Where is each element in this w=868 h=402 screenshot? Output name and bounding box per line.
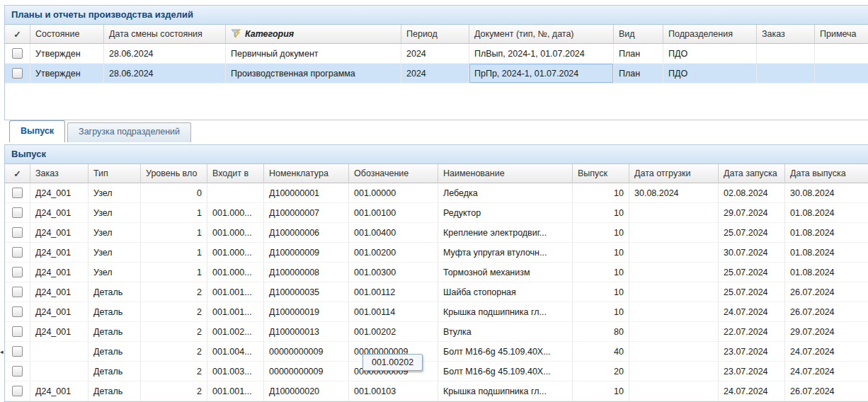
cell[interactable]: 10 — [573, 183, 629, 203]
table-row[interactable]: Д24_001Узел1001.000...Д100000009001.0020… — [5, 243, 868, 263]
cell[interactable]: Деталь — [88, 322, 141, 342]
cell[interactable]: Д24_001 — [30, 263, 88, 282]
cell[interactable]: 001.00112 — [349, 282, 438, 302]
row-checkbox[interactable] — [12, 207, 23, 218]
cell[interactable]: 001.004... — [207, 342, 264, 362]
cell[interactable]: 28.06.2024 — [104, 64, 226, 84]
cell[interactable]: Д24_001 — [30, 302, 88, 322]
cell[interactable]: 1 — [141, 203, 207, 223]
table-row[interactable]: Д24_001Деталь2001.001...Д100000020001.00… — [5, 381, 868, 401]
table-row[interactable]: Д24_001Деталь2001.002...Д100000013001.00… — [5, 322, 868, 342]
cell[interactable] — [629, 263, 719, 282]
cell[interactable]: Д100000001 — [264, 183, 349, 203]
cell[interactable]: Крышка подшипника гл... — [438, 381, 573, 401]
cell[interactable] — [629, 362, 719, 381]
column-name[interactable]: Наименование — [438, 164, 573, 183]
column-type[interactable]: Тип — [88, 164, 141, 183]
table-row[interactable]: Деталь2001.004...0000000000900000000009Б… — [5, 342, 868, 362]
cell[interactable]: Деталь — [88, 362, 141, 381]
cell[interactable]: 80 — [573, 322, 629, 342]
table-row[interactable]: Д24_001Узел1001.000...Д100000006001.0040… — [5, 223, 868, 243]
cell[interactable]: 20 — [573, 362, 629, 381]
cell[interactable]: Узел — [88, 243, 141, 263]
cell[interactable]: Шайба стопорная — [438, 282, 573, 302]
row-checkbox[interactable] — [12, 227, 23, 238]
cell[interactable]: ПДО — [663, 64, 757, 84]
column-period[interactable]: Период — [401, 25, 469, 44]
cell[interactable]: Узел — [88, 183, 141, 203]
row-checkbox[interactable] — [12, 366, 23, 377]
cell[interactable]: 24.07.2024 — [785, 342, 868, 362]
cell[interactable]: Д24_001 — [30, 381, 88, 401]
cell[interactable]: 29.07.2024 — [719, 203, 785, 223]
cell[interactable]: 01.08.2024 — [785, 203, 868, 223]
cell[interactable] — [629, 203, 719, 223]
cell[interactable]: 25.07.2024 — [719, 223, 785, 243]
cell[interactable]: Крепление электродвиг... — [438, 223, 573, 243]
cell[interactable] — [629, 223, 719, 243]
row-checkbox[interactable] — [12, 247, 23, 258]
cell[interactable]: 02.08.2024 — [719, 183, 785, 203]
column-order[interactable]: Заказ — [757, 25, 815, 44]
cell[interactable]: Д24_001 — [30, 183, 88, 203]
cell[interactable]: 26.07.2024 — [785, 302, 868, 322]
cell[interactable]: Д100000008 — [264, 263, 349, 282]
cell[interactable] — [757, 44, 815, 64]
cell[interactable]: Д100000013 — [264, 322, 349, 342]
table-row[interactable]: Д24_001Узел1001.000...Д100000007001.0010… — [5, 203, 868, 223]
cell[interactable]: Узел — [88, 223, 141, 243]
cell[interactable]: Узел — [88, 263, 141, 282]
cell[interactable]: 001.000... — [207, 203, 264, 223]
cell[interactable]: Деталь — [88, 342, 141, 362]
cell[interactable]: 001.00300 — [349, 263, 438, 282]
cell[interactable] — [30, 342, 88, 362]
cell[interactable] — [629, 342, 719, 362]
cell[interactable]: Д100000006 — [264, 223, 349, 243]
cell[interactable]: Д24_001 — [30, 322, 88, 342]
column-parent[interactable]: Входит в — [207, 164, 264, 183]
tab-vypusk[interactable]: Выпуск — [9, 120, 65, 142]
column-designation[interactable]: Обозначение — [349, 164, 438, 183]
row-checkbox[interactable] — [12, 68, 23, 79]
cell[interactable] — [815, 64, 868, 84]
column-launch-date[interactable]: Дата запуска — [719, 164, 785, 183]
cell[interactable]: 001.00400 — [349, 223, 438, 243]
tab-zagruzka-podrazdeleniy[interactable]: Загрузка подразделений — [67, 122, 191, 142]
table-row[interactable]: Утвержден28.06.2024Первичный документ202… — [5, 44, 868, 64]
cell[interactable]: 30.07.2024 — [719, 243, 785, 263]
cell[interactable]: Болт М16-6g 45.109.40X... — [438, 342, 573, 362]
cell[interactable]: Редуктор — [438, 203, 573, 223]
cell[interactable]: 2 — [141, 362, 207, 381]
cell[interactable] — [207, 183, 264, 203]
cell[interactable]: 001.000... — [207, 243, 264, 263]
select-all-header[interactable]: ✓ — [5, 164, 30, 183]
row-checkbox[interactable] — [12, 48, 23, 59]
cell[interactable] — [30, 362, 88, 381]
cell[interactable]: Тормозной механизм — [438, 263, 573, 282]
column-kind[interactable]: Вид — [614, 25, 663, 44]
cell[interactable]: Производственная программа — [226, 64, 401, 84]
cell[interactable]: 001.003... — [207, 362, 264, 381]
row-checkbox[interactable] — [12, 267, 23, 277]
cell[interactable]: 24.07.2024 — [785, 362, 868, 381]
cell[interactable]: 001.001... — [207, 282, 264, 302]
cell[interactable]: 0 — [141, 183, 207, 203]
cell[interactable]: 23.07.2024 — [719, 362, 785, 381]
cell[interactable]: Д100000020 — [264, 381, 349, 401]
cell[interactable]: 30.08.2024 — [785, 183, 868, 203]
cell[interactable]: 10 — [573, 282, 629, 302]
cell[interactable] — [815, 44, 868, 64]
column-ship-date[interactable]: Дата отгрузки — [629, 164, 719, 183]
cell[interactable]: 24.07.2024 — [719, 302, 785, 322]
table-row[interactable]: Д24_001Узел0Д100000001001.00000Лебедка10… — [5, 183, 868, 203]
cell[interactable]: 001.00200 — [349, 243, 438, 263]
column-note[interactable]: Примеча — [815, 25, 868, 44]
cell[interactable]: 2 — [141, 282, 207, 302]
table-row[interactable]: Деталь2001.003...0000000000900000000009Б… — [5, 362, 868, 381]
cell[interactable]: Д100000035 — [264, 282, 349, 302]
cell[interactable]: 2024 — [401, 64, 469, 84]
cell[interactable]: Д24_001 — [30, 203, 88, 223]
cell[interactable]: Д100000019 — [264, 302, 349, 322]
select-all-header[interactable]: ✓ — [5, 25, 30, 44]
cell[interactable]: 01.08.2024 — [785, 223, 868, 243]
